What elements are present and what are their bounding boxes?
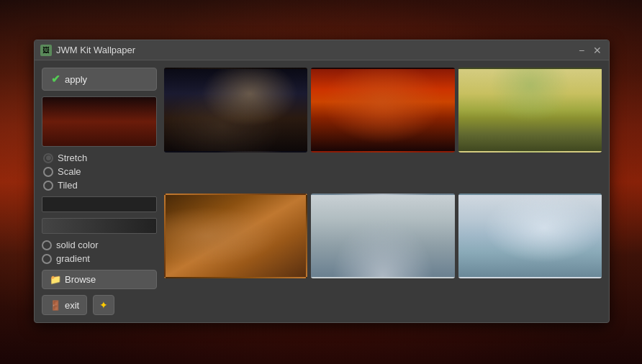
radio-tiled-circle (43, 181, 53, 191)
titlebar: 🖼 JWM Kit Wallpaper − ✕ (35, 40, 609, 60)
image-cell-mayan[interactable] (164, 194, 307, 278)
wallpaper-window: 🖼 JWM Kit Wallpaper − ✕ ✔ apply Stretch (34, 40, 610, 323)
app-icon: 🖼 (40, 45, 52, 56)
solid-color-label: solid color (56, 240, 99, 250)
radio-stretch[interactable]: Stretch (43, 153, 157, 163)
image-mayan (166, 195, 306, 277)
image-milky-way (166, 69, 306, 151)
image-cell-tree-reflection[interactable] (458, 68, 602, 153)
close-button[interactable]: ✕ (592, 45, 603, 56)
exit-icon: 🚪 (50, 300, 61, 311)
image-cell-frozen-plant[interactable] (458, 194, 602, 278)
exit-button[interactable]: 🚪 exit (42, 295, 87, 315)
window-body: ✔ apply Stretch Scale Tiled (35, 60, 609, 322)
radio-tiled[interactable]: Tiled (43, 180, 157, 191)
radio-stretch-label: Stretch (58, 153, 87, 163)
titlebar-controls: − ✕ (576, 45, 603, 56)
apply-button[interactable]: ✔ apply (42, 68, 157, 91)
bottom-buttons: 🚪 exit ✦ (42, 295, 157, 315)
apply-label: apply (65, 74, 87, 85)
left-panel: ✔ apply Stretch Scale Tiled (42, 68, 157, 315)
radio-tiled-label: Tiled (58, 180, 78, 191)
color-swatch-secondary[interactable] (42, 218, 157, 234)
radio-gradient[interactable]: gradient (42, 253, 157, 264)
image-train-tracks (312, 195, 453, 277)
image-cell-red-sunset[interactable] (311, 68, 454, 153)
image-grid (164, 68, 602, 315)
apply-checkmark-icon: ✔ (51, 73, 60, 86)
minimize-button[interactable]: − (576, 45, 587, 56)
color-options: solid color gradient (42, 240, 157, 264)
star-icon: ✦ (99, 299, 108, 311)
color-swatch-primary[interactable] (42, 196, 157, 212)
radio-scale-circle (43, 167, 53, 177)
radio-solid-color[interactable]: solid color (42, 240, 157, 250)
image-frozen-plant (460, 195, 600, 277)
image-cell-milky-way[interactable] (164, 68, 307, 153)
browse-label: Browse (65, 274, 96, 285)
radio-scale[interactable]: Scale (43, 166, 157, 177)
browse-icon: 📁 (50, 274, 61, 285)
window-title: JWM Kit Wallpaper (56, 45, 135, 55)
image-red-sunset (312, 69, 453, 151)
exit-label: exit (65, 300, 79, 311)
image-cell-train-tracks[interactable] (311, 194, 454, 278)
radio-scale-label: Scale (58, 166, 81, 177)
radio-gradient-circle (42, 254, 52, 264)
titlebar-left: 🖼 JWM Kit Wallpaper (40, 45, 135, 56)
image-tree-reflection (460, 69, 600, 151)
preview-box (42, 96, 157, 147)
star-button[interactable]: ✦ (93, 295, 114, 315)
radio-group: Stretch Scale Tiled (42, 153, 157, 191)
radio-solid-circle (42, 240, 52, 250)
radio-stretch-circle (43, 153, 53, 163)
browse-button[interactable]: 📁 Browse (42, 270, 157, 289)
gradient-label: gradient (56, 253, 90, 264)
